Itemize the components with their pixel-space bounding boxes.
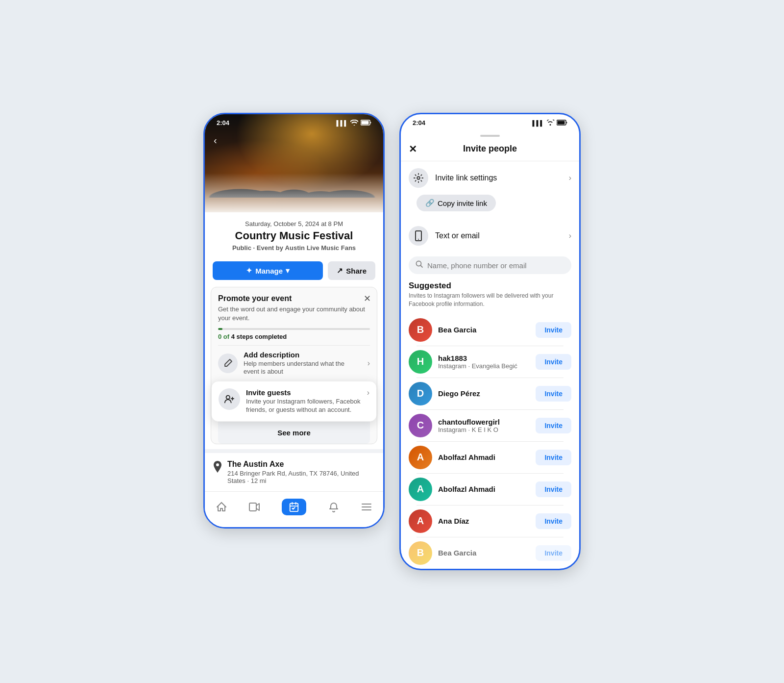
svg-rect-3 xyxy=(249,503,256,511)
suggested-title: Suggested xyxy=(409,281,571,291)
phone-2: 2:04 ▌▌▌ ✕ xyxy=(399,113,581,570)
svg-point-2 xyxy=(226,396,230,399)
battery-icon-2 xyxy=(557,120,567,126)
invite-button-3[interactable]: Invite xyxy=(536,418,571,433)
see-more-button[interactable]: See more xyxy=(218,422,370,444)
battery-icon xyxy=(361,120,371,126)
svg-point-7 xyxy=(417,177,420,179)
nav-notifications[interactable] xyxy=(323,499,344,515)
settings-arrow: › xyxy=(569,174,571,182)
nav-events[interactable] xyxy=(277,497,311,517)
manage-button[interactable]: ✦ Manage ▾ xyxy=(213,261,323,280)
share-icon: ↗ xyxy=(337,266,343,275)
avatar-6: A xyxy=(409,509,432,533)
phones-container: 2:04 ▌▌▌ xyxy=(203,113,581,570)
bell-icon xyxy=(328,501,340,513)
invite-button-7[interactable]: Invite xyxy=(536,545,571,561)
text-or-email-option[interactable]: Text or email › xyxy=(401,219,579,253)
location-address: 214 Bringer Park Rd, Austin, TX 78746, U… xyxy=(227,470,375,484)
promote-close-button[interactable]: ✕ xyxy=(364,293,371,304)
person-row-5: A Abolfazl Ahmadi Invite xyxy=(409,474,571,505)
manage-icon: ✦ xyxy=(246,266,252,275)
wifi-icon xyxy=(350,120,358,126)
event-subtitle: Public · Event by Austin Live Music Fans xyxy=(215,244,373,252)
event-date: Saturday, October 5, 2024 at 8 PM xyxy=(215,220,373,228)
text-email-arrow: › xyxy=(569,231,571,240)
event-hero-image: ‹ xyxy=(205,114,383,212)
invite-header: ✕ Invite people xyxy=(401,137,579,161)
step-description-text: Add description Help members understand … xyxy=(244,351,362,377)
location-section: The Austin Axe 214 Bringer Park Rd, Aust… xyxy=(205,449,383,491)
nav-home[interactable] xyxy=(211,499,232,515)
svg-rect-4 xyxy=(290,504,298,512)
location-name: The Austin Axe xyxy=(227,460,375,469)
magnifier-icon xyxy=(416,260,423,268)
signal-icon: ▌▌▌ xyxy=(337,120,348,126)
invite-button-4[interactable]: Invite xyxy=(536,450,571,465)
person-info-6: Ana Díaz xyxy=(438,517,530,525)
invite-guests-card[interactable]: Invite guests Invite your Instagram foll… xyxy=(211,381,377,422)
time-2: 2:04 xyxy=(413,119,425,126)
avatar-5: A xyxy=(409,478,432,501)
invite-close-button[interactable]: ✕ xyxy=(409,143,417,155)
mobile-icon xyxy=(414,230,423,241)
invite-button-0[interactable]: Invite xyxy=(536,322,571,338)
phone-1: 2:04 ▌▌▌ xyxy=(203,113,385,529)
hero-overlay xyxy=(205,173,383,212)
person-info-7: Bea Garcia xyxy=(438,549,530,557)
invite-guests-arrow: › xyxy=(367,388,369,397)
person-info-2: Diego Pérez xyxy=(438,389,530,398)
nav-menu[interactable] xyxy=(356,499,377,515)
wifi-icon-2 xyxy=(546,120,554,126)
invite-button-6[interactable]: Invite xyxy=(536,513,571,529)
avatar-7: B xyxy=(409,541,432,565)
suggested-section: Suggested Invites to Instagram followers… xyxy=(401,281,579,569)
invite-link-settings-option[interactable]: Invite link settings › xyxy=(401,161,579,195)
nav-video[interactable] xyxy=(244,499,265,515)
steps-text: 0 of 4 steps completed xyxy=(218,333,370,340)
person-row-7: B Bea Garcia Invite xyxy=(409,537,571,569)
invite-button-2[interactable]: Invite xyxy=(536,386,571,402)
invite-button-5[interactable]: Invite xyxy=(536,481,571,497)
invite-button-1[interactable]: Invite xyxy=(536,354,571,370)
person-info-3: chantouflowergirl Instagram · K E I K O xyxy=(438,418,530,433)
event-title: Country Music Festival xyxy=(215,229,373,242)
svg-rect-1 xyxy=(362,121,369,124)
phone-icon-circle xyxy=(409,226,428,246)
step-description-icon xyxy=(218,354,238,373)
share-button[interactable]: ↗ Share xyxy=(328,261,375,280)
video-icon xyxy=(248,501,260,513)
copy-link-button[interactable]: 🔗 Copy invite link xyxy=(416,195,496,211)
person-info-5: Abolfazl Ahmadi xyxy=(438,485,530,493)
person-info-0: Bea Garcia xyxy=(438,326,530,334)
status-bar-2: 2:04 ▌▌▌ xyxy=(401,114,579,128)
svg-rect-6 xyxy=(558,121,565,124)
event-info: Saturday, October 5, 2024 at 8 PM Countr… xyxy=(205,212,383,256)
search-icon xyxy=(416,260,423,270)
suggested-subtitle: Invites to Instagram followers will be d… xyxy=(409,292,571,308)
promote-card: Promote your event Get the word out and … xyxy=(211,287,377,444)
person-row-1: H hak1883 Instagram · Evangelia Begić In… xyxy=(409,346,571,378)
promote-title: Promote your event xyxy=(218,294,370,303)
phone1-content: Saturday, October 5, 2024 at 8 PM Countr… xyxy=(205,212,383,527)
action-buttons: ✦ Manage ▾ ↗ Share xyxy=(205,256,383,287)
bottom-nav xyxy=(205,491,383,527)
step-add-description[interactable]: Add description Help members understand … xyxy=(218,345,370,381)
status-icons-2: ▌▌▌ xyxy=(533,120,567,126)
back-button[interactable]: ‹ xyxy=(214,135,217,146)
settings-icon-circle xyxy=(409,168,428,188)
status-icons-1: ▌▌▌ xyxy=(337,120,371,126)
link-icon: 🔗 xyxy=(425,199,435,207)
dropdown-arrow: ▾ xyxy=(286,266,290,275)
avatar-2: D xyxy=(409,382,432,405)
avatar-1: H xyxy=(409,350,432,374)
menu-icon xyxy=(361,501,372,513)
search-box[interactable] xyxy=(409,256,571,274)
person-info-4: Abolfazl Ahmadi xyxy=(438,453,530,461)
person-row-0: B Bea Garcia Invite xyxy=(409,314,571,346)
location-details: The Austin Axe 214 Bringer Park Rd, Aust… xyxy=(227,460,375,484)
search-input[interactable] xyxy=(427,261,564,270)
person-row-2: D Diego Pérez Invite xyxy=(409,378,571,409)
invite-guests-icon xyxy=(219,388,240,410)
signal-icon-2: ▌▌▌ xyxy=(533,120,544,126)
